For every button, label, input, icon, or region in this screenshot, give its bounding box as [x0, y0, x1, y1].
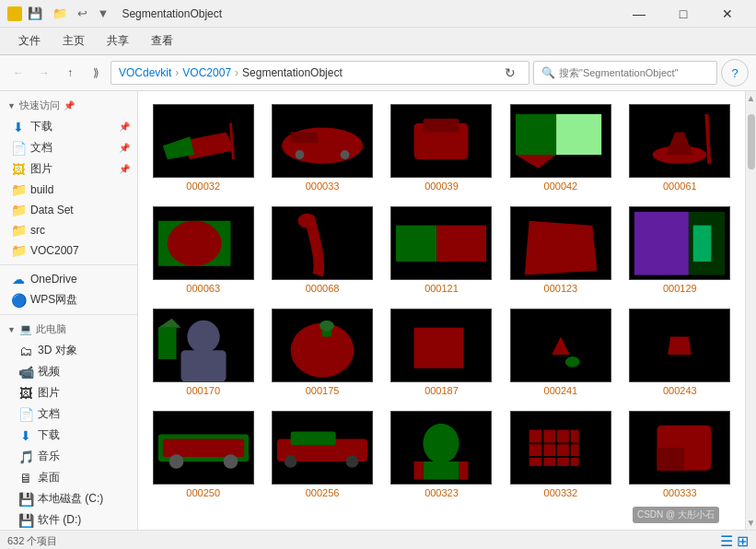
file-name: 000039 [425, 181, 459, 192]
svg-rect-64 [459, 461, 469, 480]
sidebar-item-pictures[interactable]: 🖼 图片 📌 [0, 158, 137, 180]
file-name: 000187 [425, 385, 459, 396]
tab-view[interactable]: 查看 [140, 28, 184, 54]
file-item[interactable]: 000129 [622, 201, 738, 299]
file-item[interactable]: 000123 [503, 201, 618, 299]
file-name: 000332 [544, 487, 578, 498]
file-name: 000170 [186, 385, 220, 396]
file-item[interactable]: 000039 [384, 99, 499, 197]
svg-rect-36 [180, 350, 226, 381]
scrollbar-thumb[interactable] [748, 114, 755, 169]
maximize-button[interactable]: □ [662, 0, 704, 28]
file-item[interactable]: 000187 [384, 303, 499, 402]
file-item[interactable]: 000068 [264, 201, 379, 299]
svg-point-24 [298, 214, 317, 228]
file-item[interactable]: 000170 [145, 303, 261, 402]
file-name: 000323 [425, 487, 459, 498]
svg-rect-57 [291, 431, 336, 445]
view-list-icon[interactable]: ☰ [720, 532, 733, 549]
breadcrumb-current: SegmentationObject [242, 66, 343, 79]
scrollbar[interactable]: ▲ ▼ [745, 91, 756, 530]
folder-voc-icon: 📁 [11, 243, 26, 258]
up-button[interactable]: ↑ [59, 62, 81, 84]
sidebar-item-wps[interactable]: 🔵 WPS网盘 [0, 289, 137, 310]
file-thumbnail [510, 104, 611, 178]
breadcrumb-voc2007[interactable]: VOC2007 [182, 66, 231, 79]
back-button[interactable]: ← [7, 62, 29, 84]
minimize-button[interactable]: — [618, 0, 660, 28]
svg-rect-52 [163, 438, 244, 457]
file-item[interactable]: 000061 [622, 99, 738, 197]
sidebar-item-video[interactable]: 📹 视频 [0, 361, 137, 382]
file-item[interactable]: 000333 [622, 405, 738, 504]
sidebar-item-voc2007[interactable]: 📁 VOC2007 [0, 240, 137, 261]
computer-icon: 💻 [19, 323, 32, 335]
tab-home[interactable]: 主页 [52, 28, 96, 54]
app-icon [7, 6, 22, 21]
sidebar-item-documents[interactable]: 📄 文档 📌 [0, 137, 137, 158]
sidebar-item-music[interactable]: 🎵 音乐 [0, 446, 137, 467]
file-thumbnail [153, 309, 254, 382]
file-item[interactable]: 000042 [503, 99, 618, 197]
sidebar-item-cdrive[interactable]: 💾 本地磁盘 (C:) [0, 488, 137, 509]
svg-rect-14 [556, 114, 601, 155]
file-item[interactable]: 000063 [145, 201, 261, 299]
video-icon: 📹 [18, 365, 33, 380]
view-grid-icon[interactable]: ⊞ [737, 532, 749, 549]
refresh-button[interactable]: ↻ [499, 62, 521, 84]
file-item[interactable]: 000241 [503, 303, 618, 402]
file-item[interactable]: 000033 [264, 99, 379, 197]
sidebar-item-pictures2[interactable]: 🖼 图片 [0, 382, 137, 403]
file-item[interactable]: 000256 [264, 405, 379, 504]
tab-share[interactable]: 共享 [96, 28, 140, 54]
breadcrumb[interactable]: VOCdevkit › VOC2007 › SegmentationObject… [110, 61, 529, 85]
svg-point-59 [346, 455, 359, 468]
file-thumbnail [390, 411, 492, 485]
file-thumbnail [390, 206, 492, 280]
file-item[interactable]: 000175 [264, 303, 379, 402]
quick-access-header[interactable]: ▼ 快速访问 📌 [0, 95, 137, 116]
file-thumbnail [629, 206, 730, 280]
window-controls: — □ ✕ [618, 0, 749, 28]
svg-rect-74 [657, 448, 684, 471]
close-button[interactable]: ✕ [706, 0, 749, 28]
file-thumbnail [629, 104, 730, 178]
music-icon: 🎵 [18, 450, 33, 464]
file-item[interactable]: 000332 [503, 405, 618, 504]
svg-point-53 [169, 454, 183, 469]
address-bar: ← → ↑ ⟫ VOCdevkit › VOC2007 › Segmentati… [0, 55, 756, 91]
sidebar-item-documents2[interactable]: 📄 文档 [0, 403, 137, 425]
file-thumbnail [153, 411, 254, 485]
file-thumbnail [510, 206, 611, 280]
sidebar-item-download[interactable]: ⬇ 下载 📌 [0, 116, 137, 137]
search-input[interactable] [559, 67, 709, 78]
sidebar-item-desktop[interactable]: 🖥 桌面 [0, 467, 137, 488]
breadcrumb-vocdevkit[interactable]: VOCdevkit [119, 66, 171, 79]
sidebar-item-build[interactable]: 📁 build [0, 180, 137, 200]
3dobjects-icon: 🗂 [18, 344, 33, 358]
sidebar-item-download2[interactable]: ⬇ 下载 [0, 425, 137, 446]
download-icon: ⬇ [11, 120, 26, 134]
item-count: 632 个项目 [7, 534, 57, 548]
svg-point-7 [296, 150, 305, 159]
help-button[interactable]: ? [721, 59, 749, 87]
thispc-header[interactable]: ▼ 💻 此电脑 [0, 319, 137, 340]
file-item[interactable]: 000121 [384, 201, 499, 299]
sidebar-item-src[interactable]: 📁 src [0, 220, 137, 240]
file-thumbnail [272, 411, 373, 485]
documents2-icon: 📄 [18, 407, 33, 422]
file-item[interactable]: 000323 [384, 405, 499, 504]
file-item[interactable]: 000032 [145, 99, 261, 197]
sidebar-item-onedrive[interactable]: ☁ OneDrive [0, 269, 137, 289]
forward-button[interactable]: → [33, 62, 55, 84]
search-box[interactable]: 🔍 [533, 61, 717, 85]
file-item[interactable]: 000250 [145, 405, 261, 504]
file-item[interactable]: 000243 [622, 303, 738, 402]
sidebar-item-3dobjects[interactable]: 🗂 3D 对象 [0, 340, 137, 361]
sidebar-item-ddrive[interactable]: 💾 软件 (D:) [0, 509, 137, 530]
svg-point-46 [565, 356, 580, 368]
search-icon: 🔍 [541, 66, 555, 79]
tab-file[interactable]: 文件 [7, 28, 52, 54]
sidebar-item-dataset[interactable]: 📁 Data Set [0, 200, 137, 220]
expand-button[interactable]: ⟫ [85, 62, 107, 84]
